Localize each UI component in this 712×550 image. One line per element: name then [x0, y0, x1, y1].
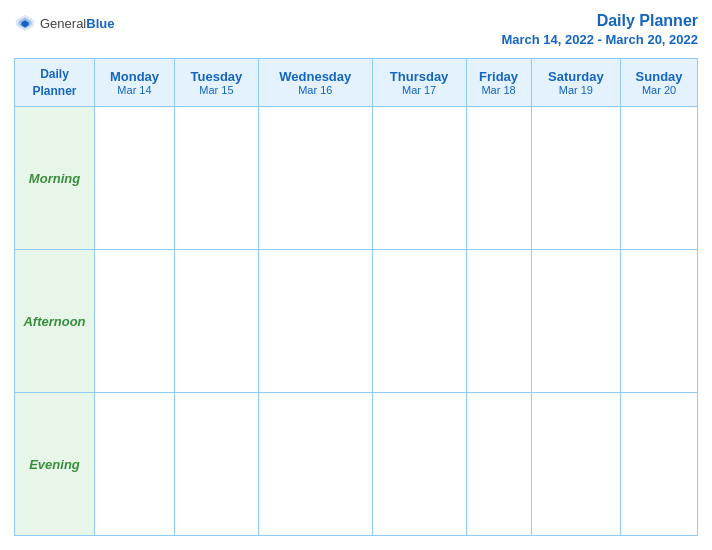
page-title: Daily Planner: [597, 12, 698, 29]
cell-monday-morning[interactable]: [95, 107, 175, 250]
cell-sunday-evening[interactable]: [621, 393, 698, 536]
cell-friday-afternoon[interactable]: [466, 250, 531, 393]
cell-monday-afternoon[interactable]: [95, 250, 175, 393]
column-header-thursday: Thursday Mar 17: [372, 59, 466, 107]
logo-general-text: General: [40, 16, 86, 31]
row-label-afternoon: Afternoon: [15, 250, 95, 393]
cell-tuesday-afternoon[interactable]: [174, 250, 258, 393]
title-block: Daily Planner March 14, 2022 - March 20,…: [501, 12, 698, 48]
cell-tuesday-evening[interactable]: [174, 393, 258, 536]
cell-thursday-evening[interactable]: [372, 393, 466, 536]
cell-tuesday-morning[interactable]: [174, 107, 258, 250]
logo: GeneralBlue: [14, 12, 114, 34]
cell-sunday-morning[interactable]: [621, 107, 698, 250]
cell-thursday-afternoon[interactable]: [372, 250, 466, 393]
column-header-friday: Friday Mar 18: [466, 59, 531, 107]
cell-friday-evening[interactable]: [466, 393, 531, 536]
date-range: March 14, 2022 - March 20, 2022: [501, 32, 698, 47]
page-header: GeneralBlue Daily Planner March 14, 2022…: [14, 12, 698, 48]
table-row-morning: Morning: [15, 107, 698, 250]
table-row-afternoon: Afternoon: [15, 250, 698, 393]
cell-saturday-morning[interactable]: [531, 107, 621, 250]
planner-table: Daily Planner Monday Mar 14 Tuesday Mar …: [14, 58, 698, 536]
cell-wednesday-afternoon[interactable]: [258, 250, 372, 393]
cell-wednesday-evening[interactable]: [258, 393, 372, 536]
row-label-morning: Morning: [15, 107, 95, 250]
logo-blue-text: Blue: [86, 16, 114, 31]
cell-friday-morning[interactable]: [466, 107, 531, 250]
column-header-sunday: Sunday Mar 20: [621, 59, 698, 107]
cell-saturday-evening[interactable]: [531, 393, 621, 536]
column-header-tuesday: Tuesday Mar 15: [174, 59, 258, 107]
row-label-evening: Evening: [15, 393, 95, 536]
column-header-monday: Monday Mar 14: [95, 59, 175, 107]
generalblue-logo-icon: [14, 12, 36, 34]
column-header-wednesday: Wednesday Mar 16: [258, 59, 372, 107]
table-row-evening: Evening: [15, 393, 698, 536]
cell-monday-evening[interactable]: [95, 393, 175, 536]
column-header-label: Daily Planner: [15, 59, 95, 107]
cell-saturday-afternoon[interactable]: [531, 250, 621, 393]
cell-sunday-afternoon[interactable]: [621, 250, 698, 393]
column-header-saturday: Saturday Mar 19: [531, 59, 621, 107]
cell-wednesday-morning[interactable]: [258, 107, 372, 250]
table-header-row: Daily Planner Monday Mar 14 Tuesday Mar …: [15, 59, 698, 107]
cell-thursday-morning[interactable]: [372, 107, 466, 250]
